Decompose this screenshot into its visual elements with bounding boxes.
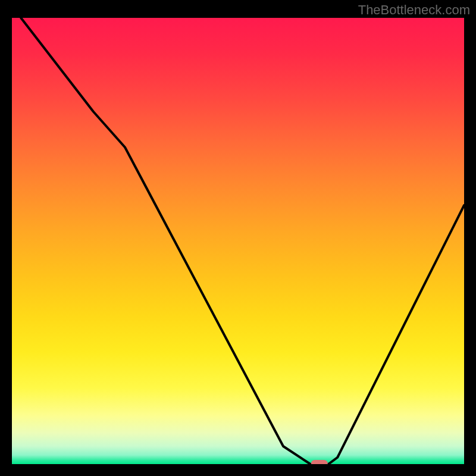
bottleneck-curve-path <box>21 18 464 464</box>
minimum-marker <box>311 460 328 464</box>
curve-svg <box>12 18 464 464</box>
watermark-text: TheBottleneck.com <box>358 2 470 18</box>
chart-container: TheBottleneck.com <box>0 0 476 476</box>
plot-area <box>12 18 464 464</box>
